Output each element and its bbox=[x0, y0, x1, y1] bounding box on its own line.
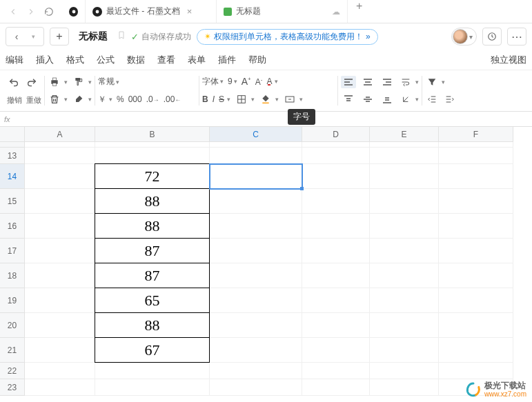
history-icon[interactable] bbox=[482, 28, 502, 46]
strike-button[interactable]: S bbox=[219, 94, 224, 104]
cell-E20[interactable] bbox=[370, 313, 439, 338]
cell-A14[interactable] bbox=[25, 164, 95, 189]
menu-help[interactable]: 帮助 bbox=[248, 54, 266, 66]
align-center-button[interactable] bbox=[360, 76, 375, 88]
valign-middle-button[interactable] bbox=[360, 93, 375, 105]
cell-D21[interactable] bbox=[302, 338, 370, 363]
formula-bar[interactable]: fx bbox=[0, 112, 532, 127]
dropdown-icon[interactable]: ▾ bbox=[299, 96, 303, 103]
notice-pill[interactable]: ✴ 权限细到单元格，表格高级功能免费用！ » bbox=[197, 29, 378, 45]
cell-F17[interactable] bbox=[439, 239, 513, 263]
redo-icon[interactable] bbox=[25, 76, 39, 90]
cell-D23[interactable] bbox=[302, 379, 370, 396]
browser-tab-home[interactable] bbox=[62, 0, 86, 23]
cell-B20[interactable]: 88 bbox=[95, 312, 210, 338]
cell-B19[interactable]: 65 bbox=[95, 288, 210, 313]
border-button[interactable] bbox=[235, 92, 248, 106]
row-header-15[interactable]: 15 bbox=[0, 189, 25, 214]
col-header-A[interactable]: A bbox=[25, 127, 95, 142]
cell-A19[interactable] bbox=[25, 288, 95, 313]
row-header-17[interactable]: 17 bbox=[0, 239, 25, 263]
cell-A20[interactable] bbox=[25, 313, 95, 338]
new-tab-button[interactable]: + bbox=[348, 0, 371, 23]
avatar-pill[interactable]: ▾ bbox=[451, 28, 477, 46]
cell-B22[interactable] bbox=[95, 363, 210, 379]
cell-A22[interactable] bbox=[25, 363, 95, 379]
dropdown-icon[interactable]: ▾ bbox=[227, 96, 230, 103]
cell-E18[interactable] bbox=[370, 263, 439, 288]
dropdown-icon[interactable]: ▾ bbox=[275, 78, 278, 85]
cell-F20[interactable] bbox=[439, 313, 513, 338]
cell-E21[interactable] bbox=[370, 338, 439, 363]
row-header-12[interactable] bbox=[0, 142, 25, 148]
row-header-13[interactable]: 13 bbox=[0, 148, 25, 164]
dropdown-icon[interactable]: ▾ bbox=[109, 96, 112, 103]
cell-E17[interactable] bbox=[370, 239, 439, 263]
align-right-button[interactable] bbox=[380, 76, 395, 88]
number-format-select[interactable]: 常规▾ bbox=[98, 76, 119, 88]
menu-form[interactable]: 表单 bbox=[188, 54, 206, 66]
italic-button[interactable]: I bbox=[213, 94, 215, 104]
cell-B21[interactable]: 67 bbox=[95, 337, 210, 363]
dec-dec-button[interactable]: .00← bbox=[164, 94, 181, 104]
row-header-23[interactable]: 23 bbox=[0, 379, 25, 396]
grid-corner[interactable] bbox=[0, 127, 25, 142]
col-header-F[interactable]: F bbox=[439, 127, 513, 142]
cell-D17[interactable] bbox=[302, 239, 370, 263]
row-header-19[interactable]: 19 bbox=[0, 288, 25, 313]
menu-insert[interactable]: 插入 bbox=[36, 54, 54, 66]
cell-F12[interactable] bbox=[439, 142, 513, 148]
font-decrease-button[interactable]: A- bbox=[255, 77, 263, 87]
cell-E19[interactable] bbox=[370, 288, 439, 313]
cell-D13[interactable] bbox=[302, 148, 370, 164]
cell-D15[interactable] bbox=[302, 189, 370, 214]
cell-C17[interactable] bbox=[210, 239, 302, 263]
cell-C19[interactable] bbox=[210, 288, 302, 313]
cell-F22[interactable] bbox=[439, 363, 513, 379]
row-header-22[interactable]: 22 bbox=[0, 363, 25, 379]
cell-C21[interactable] bbox=[210, 338, 302, 363]
doc-title[interactable]: 无标题 bbox=[79, 30, 108, 43]
dec-inc-button[interactable]: .0→ bbox=[146, 94, 159, 104]
dropdown-icon[interactable]: ▾ bbox=[26, 29, 41, 44]
brush-icon[interactable] bbox=[72, 92, 86, 106]
cell-C15[interactable] bbox=[210, 189, 302, 214]
cell-A23[interactable] bbox=[25, 379, 95, 396]
percent-button[interactable]: % bbox=[117, 94, 124, 104]
menu-view[interactable]: 查看 bbox=[157, 54, 175, 66]
spreadsheet-grid[interactable]: ABCDEF1314721588168817871887196520882167… bbox=[0, 127, 532, 396]
row-header-16[interactable]: 16 bbox=[0, 214, 25, 239]
cell-C23[interactable] bbox=[210, 379, 302, 396]
cell-C22[interactable] bbox=[210, 363, 302, 379]
indent-right-icon[interactable] bbox=[443, 92, 457, 106]
cell-F21[interactable] bbox=[439, 338, 513, 363]
cell-D22[interactable] bbox=[302, 363, 370, 379]
browser-tab-recent[interactable]: 最近文件 - 石墨文档 × bbox=[86, 0, 217, 23]
cell-C16[interactable] bbox=[210, 214, 302, 239]
col-header-E[interactable]: E bbox=[370, 127, 439, 142]
dropdown-icon[interactable]: ▾ bbox=[251, 96, 255, 103]
undo-icon[interactable] bbox=[7, 76, 21, 90]
fill-color-button[interactable] bbox=[259, 92, 273, 106]
cell-E13[interactable] bbox=[370, 148, 439, 164]
dropdown-icon[interactable]: ▾ bbox=[275, 96, 279, 103]
filter-icon[interactable] bbox=[425, 75, 439, 89]
currency-button[interactable]: ￥ bbox=[98, 94, 106, 105]
clear-format-icon[interactable] bbox=[48, 92, 61, 106]
bold-button[interactable]: B bbox=[202, 94, 208, 104]
cell-F19[interactable] bbox=[439, 288, 513, 313]
cell-B15[interactable]: 88 bbox=[95, 188, 210, 214]
more-icon[interactable]: ⋯ bbox=[507, 28, 526, 46]
cell-B12[interactable] bbox=[95, 142, 210, 148]
cell-C20[interactable] bbox=[210, 313, 302, 338]
cell-C14[interactable] bbox=[210, 164, 302, 189]
forward-icon[interactable] bbox=[25, 6, 37, 18]
close-icon[interactable]: × bbox=[187, 6, 193, 17]
menu-formula[interactable]: 公式 bbox=[97, 54, 115, 66]
bookmark-icon[interactable] bbox=[117, 30, 126, 43]
reload-icon[interactable] bbox=[43, 6, 55, 18]
cell-D18[interactable] bbox=[302, 263, 370, 288]
row-header-18[interactable]: 18 bbox=[0, 263, 25, 288]
dropdown-icon[interactable]: ▾ bbox=[64, 96, 68, 103]
dropdown-icon[interactable]: ▾ bbox=[442, 79, 445, 86]
